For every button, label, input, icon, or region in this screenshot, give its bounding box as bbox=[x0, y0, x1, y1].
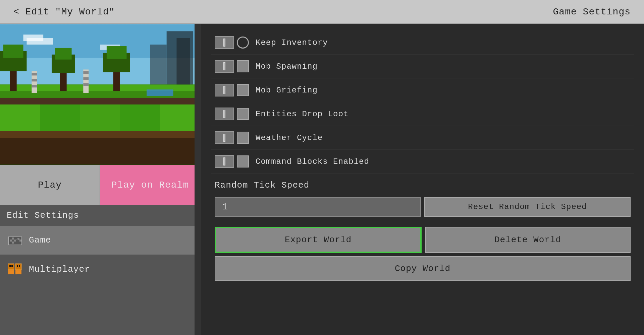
svg-rect-52 bbox=[9, 268, 13, 268]
svg-rect-26 bbox=[32, 73, 37, 75]
mob-griefing-label: Mob Griefing bbox=[256, 86, 318, 95]
edit-settings-label: Edit Settings bbox=[0, 205, 200, 226]
multiplayer-icon bbox=[7, 261, 23, 278]
command-blocks-toggle-group bbox=[215, 155, 249, 168]
svg-rect-40 bbox=[12, 242, 14, 244]
right-panel: Keep Inventory Mob Spawning Mob Griefing bbox=[201, 24, 644, 335]
svg-rect-21 bbox=[55, 48, 72, 60]
left-panel: Play Play on Realm Edit Settings bbox=[0, 24, 201, 335]
svg-rect-18 bbox=[3, 45, 23, 58]
svg-rect-43 bbox=[19, 240, 21, 242]
svg-rect-50 bbox=[9, 265, 11, 267]
svg-rect-11 bbox=[80, 105, 120, 131]
svg-rect-31 bbox=[83, 77, 89, 80]
sidebar-item-game[interactable]: Game bbox=[0, 226, 200, 255]
tick-speed-row: Reset Random Tick Speed bbox=[211, 194, 634, 220]
multiplayer-nav-label: Multiplayer bbox=[29, 264, 90, 274]
svg-rect-58 bbox=[19, 265, 20, 267]
svg-rect-35 bbox=[176, 38, 190, 84]
keep-inventory-row: Keep Inventory bbox=[211, 31, 634, 55]
delete-world-button[interactable]: Delete World bbox=[425, 227, 631, 253]
svg-rect-24 bbox=[107, 46, 127, 59]
svg-rect-56 bbox=[15, 270, 21, 274]
svg-rect-13 bbox=[160, 105, 200, 131]
random-tick-speed-section-label: Random Tick Speed bbox=[211, 174, 634, 194]
play-button[interactable]: Play bbox=[0, 165, 100, 205]
svg-rect-36 bbox=[150, 45, 167, 84]
world-actions: Export World Delete World Copy World bbox=[211, 223, 634, 284]
world-thumbnail bbox=[0, 24, 200, 165]
weather-cycle-box bbox=[237, 132, 249, 144]
svg-rect-12 bbox=[120, 105, 160, 131]
weather-cycle-toggle[interactable] bbox=[215, 131, 234, 144]
keep-inventory-circle bbox=[237, 37, 249, 49]
svg-rect-51 bbox=[11, 265, 13, 267]
command-blocks-box bbox=[237, 155, 249, 168]
svg-rect-32 bbox=[83, 83, 89, 86]
back-button[interactable]: < Edit "My World" bbox=[13, 7, 115, 17]
mob-griefing-box bbox=[237, 84, 249, 96]
tick-speed-input[interactable] bbox=[215, 197, 421, 217]
svg-rect-9 bbox=[0, 105, 40, 131]
svg-rect-39 bbox=[12, 238, 14, 240]
mob-spawning-toggle[interactable] bbox=[215, 60, 234, 73]
mob-spawning-toggle-group bbox=[215, 60, 249, 73]
command-blocks-toggle[interactable] bbox=[215, 155, 234, 168]
svg-rect-27 bbox=[32, 79, 37, 81]
gamepad-icon bbox=[7, 232, 23, 249]
copy-world-button[interactable]: Copy World bbox=[215, 256, 631, 281]
svg-rect-46 bbox=[8, 264, 14, 270]
action-buttons: Play Play on Realm bbox=[0, 165, 200, 205]
world-preview-image bbox=[0, 24, 200, 165]
mob-spawning-box bbox=[237, 60, 249, 72]
command-blocks-row: Command Blocks Enabled bbox=[211, 150, 634, 174]
svg-rect-57 bbox=[17, 265, 18, 267]
svg-rect-15 bbox=[0, 138, 200, 164]
svg-rect-30 bbox=[83, 71, 89, 74]
game-nav-label: Game bbox=[29, 235, 51, 245]
entities-drop-loot-row: Entities Drop Loot bbox=[211, 102, 634, 126]
weather-cycle-label: Weather Cycle bbox=[256, 133, 323, 142]
entities-drop-loot-toggle[interactable] bbox=[215, 108, 234, 120]
keep-inventory-toggle[interactable] bbox=[215, 36, 234, 49]
entities-drop-loot-box bbox=[237, 108, 249, 120]
svg-rect-59 bbox=[17, 268, 20, 268]
mob-spawning-label: Mob Spawning bbox=[256, 62, 318, 71]
weather-cycle-toggle-group bbox=[215, 131, 249, 144]
svg-rect-49 bbox=[8, 270, 14, 274]
svg-rect-3 bbox=[23, 35, 44, 41]
keep-inventory-toggle-group bbox=[215, 36, 249, 49]
command-blocks-label: Command Blocks Enabled bbox=[256, 157, 369, 166]
svg-rect-53 bbox=[15, 264, 21, 270]
back-label: < Edit "My World" bbox=[13, 7, 115, 17]
entities-drop-loot-toggle-group bbox=[215, 108, 249, 120]
header: < Edit "My World" Game Settings bbox=[0, 0, 644, 24]
sidebar-item-multiplayer[interactable]: Multiplayer bbox=[0, 255, 200, 284]
mob-spawning-row: Mob Spawning bbox=[211, 55, 634, 78]
svg-rect-28 bbox=[32, 85, 37, 87]
svg-rect-38 bbox=[10, 240, 12, 242]
mob-griefing-toggle-group bbox=[215, 84, 249, 96]
page-title: Game Settings bbox=[553, 7, 631, 17]
scroll-track[interactable] bbox=[195, 24, 200, 335]
keep-inventory-label: Keep Inventory bbox=[256, 38, 328, 47]
settings-nav: Game bbox=[0, 226, 200, 335]
mob-griefing-row: Mob Griefing bbox=[211, 78, 634, 102]
mob-griefing-toggle[interactable] bbox=[215, 84, 234, 96]
svg-rect-44 bbox=[14, 239, 16, 240]
weather-cycle-row: Weather Cycle bbox=[211, 126, 634, 150]
svg-rect-33 bbox=[147, 89, 173, 96]
entities-drop-loot-label: Entities Drop Loot bbox=[256, 110, 348, 119]
main-content: Play Play on Realm Edit Settings bbox=[0, 24, 644, 335]
svg-rect-10 bbox=[40, 105, 80, 131]
play-on-realm-button[interactable]: Play on Realm bbox=[100, 165, 200, 205]
svg-rect-45 bbox=[16, 239, 18, 240]
export-world-button[interactable]: Export World bbox=[215, 227, 422, 253]
reset-tick-speed-button[interactable]: Reset Random Tick Speed bbox=[424, 197, 631, 217]
world-actions-top-row: Export World Delete World bbox=[215, 227, 631, 253]
